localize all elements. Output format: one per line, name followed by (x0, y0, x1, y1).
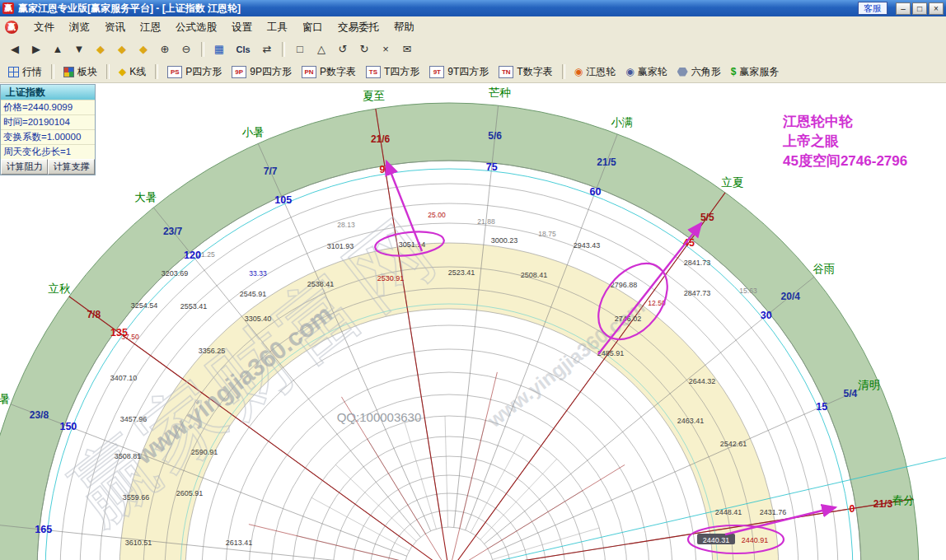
toolbar-separator (201, 42, 204, 57)
svg-text:2523.41: 2523.41 (448, 268, 475, 277)
toolbar-separator (562, 64, 565, 79)
gann-wheel-chart[interactable]: 赢家财富网www.yingjia360.comwww.yingjia360.co… (0, 0, 946, 560)
calc-resistance-button[interactable]: 计算阻力 (1, 159, 48, 175)
panel-buttons: 计算阻力 计算支撑 (1, 159, 95, 175)
diamond-3-button[interactable]: ◆ (133, 40, 153, 59)
svg-text:5/5: 5/5 (700, 212, 714, 223)
back-button[interactable]: ◀ (5, 40, 25, 59)
tool-gann-wheel[interactable]: ◉江恩轮 (569, 63, 621, 81)
menu-news[interactable]: 资讯 (97, 18, 133, 37)
9t-square-label: 9T四方形 (447, 65, 489, 79)
menu-settings[interactable]: 设置 (224, 18, 260, 37)
step-row: 周天变化步长=1 (1, 144, 95, 159)
svg-text:23/8: 23/8 (30, 409, 49, 421)
tool-9t-square[interactable]: 9T9T四方形 (424, 63, 494, 81)
svg-text:2613.41: 2613.41 (226, 539, 253, 547)
tool-t-table[interactable]: TNT数字表 (494, 63, 557, 81)
9p-square-label: 9P四方形 (250, 65, 292, 79)
tool-t-square[interactable]: TST四方形 (361, 63, 424, 81)
menu-tools[interactable]: 工具 (260, 18, 295, 37)
diamond-1-button[interactable]: ◆ (91, 40, 110, 59)
svg-text:21/3: 21/3 (873, 498, 893, 510)
title-bar: 赢 赢家江恩专业版[赢家服务平台] - [上证指数 江恩轮] 客服 – □ × (0, 0, 946, 16)
tool-sectors[interactable]: 板块 (59, 63, 102, 81)
tool-hexagon[interactable]: 六角形 (672, 63, 726, 81)
tool-p-square[interactable]: PSP四方形 (162, 63, 227, 81)
quotes-icon (8, 67, 19, 77)
menu-browse[interactable]: 浏览 (62, 18, 97, 37)
toolbar-separator (106, 64, 110, 79)
zoom-in-button[interactable]: ⊕ (155, 40, 175, 59)
diamond-2-button[interactable]: ◆ (112, 40, 132, 59)
menu-gann[interactable]: 江恩 (133, 18, 168, 37)
svg-text:3305.40: 3305.40 (245, 315, 272, 323)
annotation-line-1: 江恩轮中轮 (783, 112, 907, 132)
zoom-out-button[interactable]: ⊖ (176, 40, 196, 59)
winner-service-label: 赢家服务 (739, 65, 779, 79)
message-button[interactable]: ✉ (397, 40, 417, 59)
tool-9p-square[interactable]: 9P9P四方形 (227, 63, 297, 81)
calc-support-button[interactable]: 计算支撑 (48, 159, 95, 175)
gann-wheel-label: 江恩轮 (586, 65, 616, 79)
maximize-button[interactable]: □ (912, 2, 927, 15)
9t-square-icon: 9T (429, 66, 444, 78)
svg-text:75: 75 (486, 161, 498, 173)
svg-text:2553.41: 2553.41 (180, 302, 208, 310)
svg-text:3508.81: 3508.81 (115, 452, 142, 460)
quotes-label: 行情 (22, 65, 42, 79)
tool-winner-wheel[interactable]: ◉赢家轮 (621, 63, 672, 81)
support-button[interactable]: 客服 (858, 2, 887, 15)
hexagon-label: 六角形 (691, 65, 721, 79)
swap-button[interactable]: ⇄ (257, 40, 277, 59)
svg-text:3101.93: 3101.93 (327, 242, 354, 250)
menu-formula-stock-picker[interactable]: 公式选股 (168, 18, 224, 37)
window-title: 赢家江恩专业版[赢家服务平台] - [上证指数 江恩轮] (18, 2, 858, 16)
close-button[interactable]: × (929, 2, 944, 15)
annotation-line-2: 上帝之眼 (783, 132, 907, 152)
svg-text:小暑: 小暑 (242, 126, 265, 138)
toolbar-main: ◀▶▲▼◆◆◆⊕⊖▦Cls⇄□△↺↻×✉ (0, 38, 946, 62)
tool-p-table[interactable]: PNP数字表 (297, 63, 361, 81)
menu-help[interactable]: 帮助 (386, 18, 422, 37)
triangle-tool-button[interactable]: △ (311, 40, 331, 59)
menu-window[interactable]: 窗口 (295, 18, 330, 37)
coefficient-row: 变换系数=1.00000 (1, 129, 95, 144)
info-panel: 上证指数 价格=2440.9099 时间=20190104 变换系数=1.000… (0, 84, 96, 175)
menu-file[interactable]: 文件 (26, 18, 62, 37)
svg-text:7/7: 7/7 (264, 166, 278, 177)
cls-button[interactable]: Cls (231, 40, 255, 59)
svg-text:25.00: 25.00 (428, 211, 446, 219)
svg-text:2605.91: 2605.91 (176, 489, 204, 497)
menu-logo-icon: 赢 (5, 21, 18, 34)
rotate-right-button[interactable]: ↻ (354, 40, 374, 59)
down-button[interactable]: ▼ (69, 40, 89, 59)
svg-text:135: 135 (110, 327, 128, 338)
svg-text:2644.32: 2644.32 (689, 377, 716, 385)
p-square-icon: PS (167, 66, 182, 78)
svg-text:3051.14: 3051.14 (399, 240, 426, 249)
menu-trade-order[interactable]: 交易委托 (330, 18, 386, 37)
up-button[interactable]: ▲ (48, 40, 68, 59)
minimize-button[interactable]: – (896, 2, 911, 15)
svg-text:3356.25: 3356.25 (199, 347, 226, 355)
delete-button[interactable]: × (376, 40, 396, 59)
svg-text:2542.61: 2542.61 (720, 440, 747, 448)
svg-text:21/6: 21/6 (371, 133, 391, 145)
svg-text:3407.10: 3407.10 (110, 374, 138, 382)
rect-tool-button[interactable]: □ (290, 40, 310, 59)
svg-text:夏至: 夏至 (363, 90, 385, 102)
tool-quotes[interactable]: 行情 (3, 63, 47, 81)
svg-text:2841.73: 2841.73 (684, 259, 711, 267)
svg-text:2448.41: 2448.41 (715, 508, 742, 516)
svg-text:23/7: 23/7 (163, 226, 183, 237)
p-table-label: P数字表 (320, 65, 356, 79)
tool-winner-service[interactable]: $赢家服务 (726, 63, 784, 81)
p-square-label: P四方形 (185, 65, 222, 79)
svg-text:0: 0 (849, 503, 855, 515)
forward-button[interactable]: ▶ (26, 40, 46, 59)
tool-kline[interactable]: ◆K线 (114, 63, 151, 81)
rotate-left-button[interactable]: ↺ (333, 40, 353, 59)
annotation-block: 江恩轮中轮 上帝之眼 45度空间2746-2796 (783, 112, 907, 171)
svg-text:105: 105 (274, 194, 292, 206)
chart-button[interactable]: ▦ (209, 40, 229, 59)
